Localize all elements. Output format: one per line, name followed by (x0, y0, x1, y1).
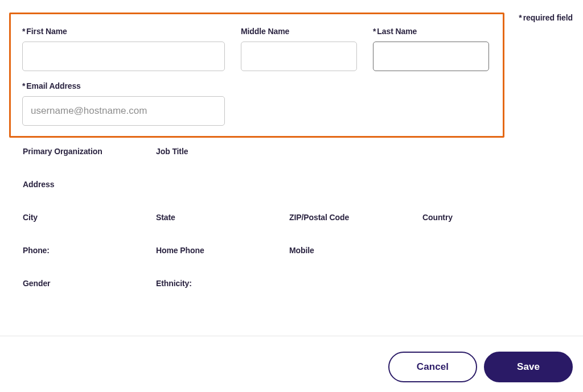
asterisk-icon: * (22, 27, 25, 36)
footer-divider (0, 336, 583, 336)
primary-organization-label: Primary Organization (23, 147, 156, 156)
asterisk-icon: * (519, 13, 522, 22)
form-actions: Cancel Save (388, 352, 573, 382)
demographics-row: Gender Ethnicity: (23, 279, 558, 288)
asterisk-icon: * (22, 81, 25, 90)
gender-label: Gender (23, 279, 156, 288)
org-job-row: Primary Organization Job Title (23, 147, 558, 156)
mobile-label: Mobile (289, 246, 422, 255)
state-label: State (156, 213, 289, 222)
address-row: Address (23, 180, 558, 189)
name-row: *First Name Middle Name *Last Name (22, 27, 491, 71)
phone-label: Phone: (23, 246, 156, 255)
first-name-label: *First Name (22, 27, 225, 36)
job-title-label: Job Title (156, 147, 289, 156)
last-name-label: *Last Name (373, 27, 489, 36)
middle-name-label: Middle Name (241, 27, 357, 36)
email-input[interactable] (22, 96, 225, 126)
home-phone-label: Home Phone (156, 246, 289, 255)
middle-name-input[interactable] (241, 42, 357, 71)
asterisk-icon: * (373, 27, 376, 36)
email-label: *Email Address (22, 81, 225, 90)
country-label: Country (422, 213, 556, 222)
additional-fields-grid: Primary Organization Job Title Address C… (23, 147, 558, 312)
last-name-field-group: *Last Name (373, 27, 489, 71)
address-label: Address (23, 180, 156, 189)
last-name-input[interactable] (373, 42, 489, 71)
first-name-input[interactable] (22, 42, 225, 71)
city-label: City (23, 213, 156, 222)
profile-form-page: *required field *First Name Middle Name … (0, 0, 583, 392)
required-field-note-text: required field (523, 13, 573, 22)
save-button[interactable]: Save (484, 352, 573, 382)
location-row: City State ZIP/Postal Code Country (23, 213, 558, 222)
required-fields-highlight: *First Name Middle Name *Last Name *Emai… (9, 13, 504, 138)
phone-row: Phone: Home Phone Mobile (23, 246, 558, 255)
ethnicity-label: Ethnicity: (156, 279, 289, 288)
required-field-note: *required field (519, 13, 573, 22)
email-field-group: *Email Address (22, 81, 225, 126)
email-row: *Email Address (22, 81, 491, 126)
middle-name-field-group: Middle Name (241, 27, 357, 71)
cancel-button[interactable]: Cancel (388, 352, 477, 382)
zip-label: ZIP/Postal Code (289, 213, 422, 222)
first-name-field-group: *First Name (22, 27, 225, 71)
